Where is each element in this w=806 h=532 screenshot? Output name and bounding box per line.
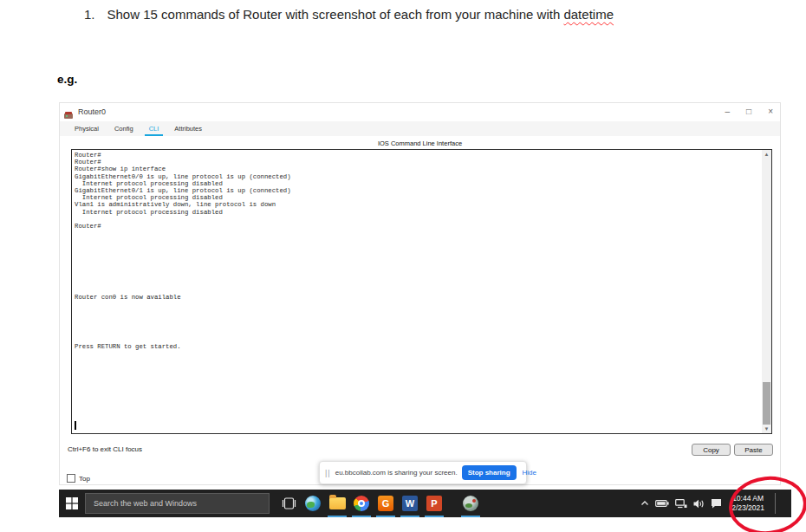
g-app-button[interactable]: G: [374, 490, 398, 517]
heading-number: 1.: [84, 7, 95, 22]
minimize-button[interactable]: –: [725, 107, 731, 116]
battery-icon: [655, 499, 669, 508]
example-label: e.g.: [57, 73, 77, 86]
tray-time: 10:44 AM: [731, 494, 764, 503]
heading-misspelled-word: datetime: [563, 7, 614, 22]
ethernet-network-icon: [675, 499, 687, 509]
sharing-message: eu.bbcollab.com is sharing your screen.: [335, 469, 458, 477]
window-controls: – □ ×: [725, 103, 773, 120]
action-center-icon: [711, 498, 722, 509]
tab-attributes[interactable]: Attributes: [166, 121, 210, 136]
packet-tracer-button[interactable]: [458, 490, 483, 517]
taskbar-clock[interactable]: 10:44 AM 2/23/2021: [731, 494, 764, 512]
powerpoint-button[interactable]: P: [422, 490, 446, 517]
file-explorer-button[interactable]: [325, 490, 349, 517]
start-button[interactable]: [59, 490, 85, 517]
drag-handle-icon[interactable]: ||: [325, 469, 331, 477]
paste-button[interactable]: Paste: [734, 444, 773, 456]
cli-focus-hint: Ctrl+F6 to exit CLI focus: [68, 445, 142, 453]
hide-link[interactable]: Hide: [523, 469, 536, 477]
stop-sharing-button[interactable]: Stop sharing: [462, 465, 517, 480]
scrollbar-thumb[interactable]: [763, 382, 770, 425]
device-tabbar: Physical Config CLI Attributes: [60, 121, 780, 136]
hidden-icons-button[interactable]: [640, 500, 649, 507]
tab-cli[interactable]: CLI: [141, 121, 167, 136]
search-placeholder-text: Search the web and Windows: [94, 499, 197, 508]
speaker-icon: [693, 499, 705, 509]
action-center-button[interactable]: [711, 498, 722, 509]
scrollbar-down-icon[interactable]: ▼: [762, 425, 771, 433]
document-page: 1. Show 15 commands of Router with scree…: [0, 0, 806, 532]
windows-taskbar: Search the web and Windows G: [59, 490, 791, 517]
network-tray-button[interactable]: [675, 499, 687, 509]
scrollbar-up-icon[interactable]: ▲: [762, 150, 771, 159]
tab-physical[interactable]: Physical: [67, 121, 107, 136]
task-view-button[interactable]: [276, 490, 301, 517]
window-titlebar: Router0 – □ ×: [60, 103, 780, 120]
chevron-up-icon: [640, 500, 649, 507]
heading-text: Show 15 commands of Router with screensh…: [107, 7, 614, 22]
copy-button[interactable]: Copy: [692, 444, 731, 456]
cli-terminal[interactable]: Router# Router# Router#show ip interface…: [71, 149, 772, 434]
task-view-icon: [282, 497, 296, 509]
window-title: Router0: [78, 107, 106, 116]
screen-sharing-bar: || eu.bbcollab.com is sharing your scree…: [319, 461, 527, 484]
assignment-heading: 1. Show 15 commands of Router with scree…: [84, 7, 614, 22]
chrome-icon: [354, 496, 369, 511]
volume-tray-button[interactable]: [693, 499, 705, 509]
taskbar-search-input[interactable]: Search the web and Windows: [85, 493, 270, 514]
powerpoint-icon: P: [426, 496, 442, 511]
word-icon: W: [402, 496, 418, 511]
top-checkbox-label: Top: [79, 475, 90, 483]
windows-logo-icon: [66, 497, 78, 509]
close-button[interactable]: ×: [768, 107, 773, 116]
g-app-icon: G: [378, 496, 393, 511]
battery-tray-button[interactable]: [655, 499, 669, 508]
chrome-button[interactable]: [349, 490, 374, 517]
top-checkbox-row: Top: [67, 474, 90, 483]
browser-globe-button[interactable]: [301, 490, 325, 517]
tab-config[interactable]: Config: [107, 121, 141, 136]
terminal-scrollbar[interactable]: ▲ ▼: [762, 150, 771, 433]
globe-browser-icon: [305, 496, 321, 511]
maximize-button[interactable]: □: [746, 107, 751, 116]
tray-date: 2/23/2021: [731, 503, 764, 513]
cli-cursor: [75, 421, 76, 430]
packet-tracer-icon: [463, 496, 478, 511]
packet-tracer-router-icon: [64, 107, 74, 116]
taskbar-app-icons: G W P: [276, 490, 483, 517]
system-tray: 10:44 AM 2/23/2021: [640, 490, 791, 517]
cli-panel-title: IOS Command Line Interface: [60, 139, 780, 147]
cli-terminal-text: Router# Router# Router#show ip interface…: [72, 150, 771, 353]
file-explorer-icon: [329, 497, 346, 509]
word-button[interactable]: W: [398, 490, 422, 517]
show-desktop-button[interactable]: [782, 490, 788, 517]
tray-divider: [775, 493, 776, 514]
top-checkbox[interactable]: [67, 474, 75, 483]
router0-window: Router0 – □ × Physical Config CLI Attrib…: [59, 102, 781, 485]
